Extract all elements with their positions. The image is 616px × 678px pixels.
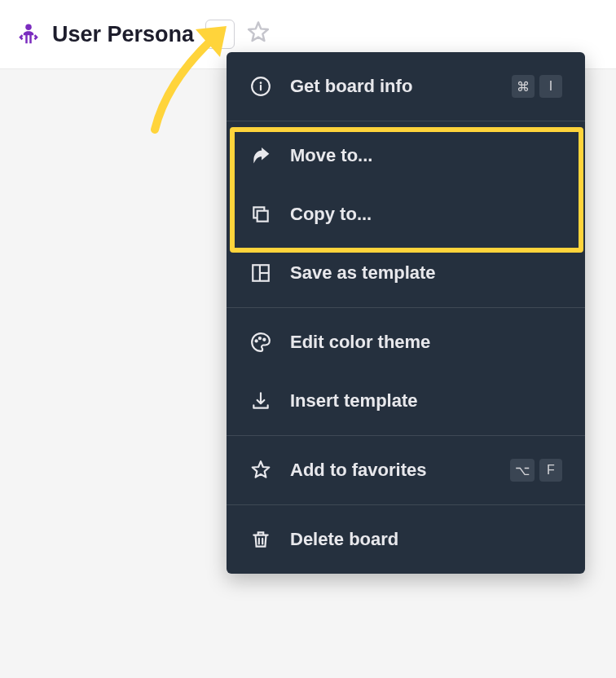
menu-section-edit: Edit color theme Insert template [227,307,585,435]
menu-item-label: Add to favorites [290,460,492,481]
svg-point-9 [259,337,261,339]
shortcut-key: ⌘ [512,75,535,98]
menu-section-info: Get board info ⌘ I [227,52,585,121]
star-outline-icon [246,20,271,48]
info-icon [249,75,272,98]
board-dropdown-menu: Get board info ⌘ I Move to... [227,52,585,574]
shortcut-key: ⌥ [510,459,535,482]
board-menu-trigger[interactable] [205,20,235,49]
svg-rect-4 [257,211,268,222]
menu-item-copy-to[interactable]: Copy to... [227,185,585,244]
menu-item-label: Edit color theme [290,332,562,353]
menu-item-label: Move to... [290,145,562,166]
copy-icon [249,203,272,226]
svg-point-10 [263,339,265,341]
shortcut-key: I [539,75,562,98]
menu-item-label: Get board info [290,76,494,97]
shortcut-keys: ⌘ I [512,75,562,98]
share-arrow-icon [249,144,272,167]
board-title: User Persona [52,22,194,47]
menu-section-move: Move to... Copy to... Save as template [227,121,585,307]
palette-icon [249,331,272,354]
shortcut-keys: ⌥ F [510,459,562,482]
menu-item-label: Copy to... [290,204,562,225]
menu-item-label: Delete board [290,529,562,550]
download-icon [249,390,272,412]
trash-icon [249,528,272,551]
svg-point-8 [256,340,257,341]
star-icon [249,459,272,482]
menu-item-edit-color-theme[interactable]: Edit color theme [227,313,585,372]
menu-item-label: Insert template [290,390,562,412]
menu-item-delete-board[interactable]: Delete board [227,510,585,569]
menu-item-get-board-info[interactable]: Get board info ⌘ I [227,57,585,116]
menu-section-delete: Delete board [227,504,585,574]
persona-icon [16,22,41,46]
chevron-down-icon [213,26,227,42]
menu-section-favorites: Add to favorites ⌥ F [227,435,585,504]
menu-item-move-to[interactable]: Move to... [227,126,585,185]
shortcut-key: F [539,459,562,482]
favorite-star-button[interactable] [246,20,271,48]
svg-point-0 [25,24,32,31]
menu-item-save-as-template[interactable]: Save as template [227,244,585,302]
menu-item-label: Save as template [290,262,562,284]
template-layout-icon [249,262,272,284]
menu-item-add-to-favorites[interactable]: Add to favorites ⌥ F [227,441,585,500]
menu-item-insert-template[interactable]: Insert template [227,372,585,430]
